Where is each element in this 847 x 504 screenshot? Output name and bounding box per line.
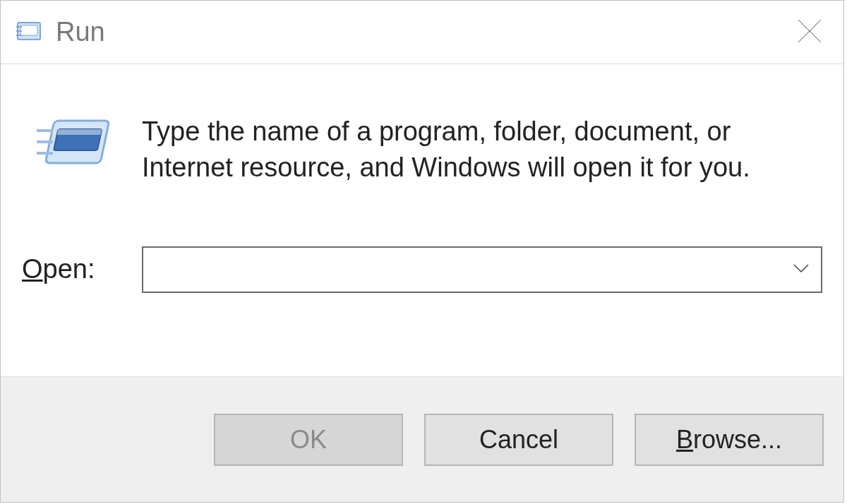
run-title-icon [15,17,43,48]
description-text: Type the name of a program, folder, docu… [142,114,822,186]
browse-accel: B [676,425,693,454]
open-label-accel: O [22,254,43,284]
cancel-button[interactable]: Cancel [424,414,613,466]
description-row: Type the name of a program, folder, docu… [36,114,822,186]
dialog-body: Type the name of a program, folder, docu… [1,64,843,376]
browse-label: Browse... [676,425,782,455]
browse-button[interactable]: Browse... [635,414,824,466]
close-button[interactable] [788,11,831,54]
window-title: Run [56,17,105,47]
titlebar: Run [1,1,843,64]
svg-rect-9 [57,129,102,135]
ok-label: OK [290,425,327,455]
chevron-down-icon[interactable] [791,258,811,281]
browse-rest: rowse... [693,425,782,454]
open-input[interactable] [150,256,791,283]
open-combobox[interactable] [142,246,822,293]
cancel-label: Cancel [479,425,558,455]
open-row: Open: [22,246,822,293]
ok-button[interactable]: OK [214,414,403,466]
open-label: Open: [22,254,142,284]
open-label-rest: pen: [43,254,95,284]
close-icon [794,16,825,49]
run-dialog: Run [0,0,844,503]
title-left: Run [15,17,105,48]
dialog-footer: OK Cancel Browse... [1,376,843,502]
svg-rect-1 [20,25,37,35]
run-icon [36,114,114,180]
